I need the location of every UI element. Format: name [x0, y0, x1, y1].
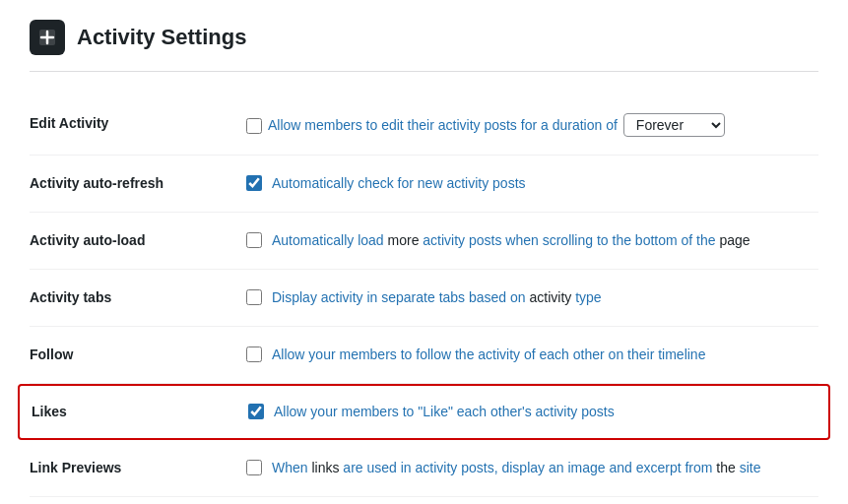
- checkbox-activity-tabs[interactable]: [246, 289, 262, 305]
- checkbox-auto-refresh[interactable]: [246, 175, 262, 191]
- row-follow: Follow Allow your members to follow the …: [30, 327, 818, 384]
- checkbox-link-previews[interactable]: [246, 460, 262, 475]
- content-auto-load: Automatically load more activity posts w…: [246, 230, 818, 251]
- content-edit-activity: Allow members to edit their activity pos…: [246, 113, 818, 137]
- page-header: Activity Settings: [30, 20, 818, 72]
- activity-icon: [30, 20, 65, 55]
- desc-auto-load: Automatically load more activity posts w…: [272, 230, 750, 251]
- row-auto-refresh: Activity auto-refresh Automatically chec…: [30, 156, 818, 213]
- checkbox-auto-load[interactable]: [246, 232, 262, 248]
- content-activity-tabs: Display activity in separate tabs based …: [246, 287, 818, 308]
- checkbox-edit-activity[interactable]: [246, 118, 262, 134]
- desc-auto-refresh: Automatically check for new activity pos…: [272, 173, 526, 194]
- desc-link-previews: When links are used in activity posts, d…: [272, 458, 761, 478]
- settings-list: Edit Activity Allow members to edit thei…: [30, 95, 818, 497]
- duration-select[interactable]: Forever 1 hour 6 hours 1 day 1 week: [623, 113, 725, 137]
- row-likes: Likes Allow your members to "Like" each …: [18, 384, 830, 440]
- label-auto-load: Activity auto-load: [30, 230, 246, 248]
- content-link-previews: When links are used in activity posts, d…: [246, 458, 818, 478]
- label-likes: Likes: [32, 402, 248, 419]
- label-edit-activity: Edit Activity: [30, 113, 246, 131]
- page-title: Activity Settings: [77, 25, 246, 50]
- checkbox-likes[interactable]: [248, 404, 264, 419]
- row-link-previews: Link Previews When links are used in act…: [30, 440, 818, 497]
- checkbox-follow[interactable]: [246, 346, 262, 362]
- desc-edit-activity: Allow members to edit their activity pos…: [268, 115, 618, 136]
- label-link-previews: Link Previews: [30, 458, 246, 475]
- label-activity-tabs: Activity tabs: [30, 287, 246, 305]
- content-auto-refresh: Automatically check for new activity pos…: [246, 173, 818, 194]
- row-edit-activity: Edit Activity Allow members to edit thei…: [30, 95, 818, 156]
- row-activity-tabs: Activity tabs Display activity in separa…: [30, 270, 818, 327]
- desc-activity-tabs: Display activity in separate tabs based …: [272, 287, 602, 308]
- content-likes: Allow your members to "Like" each other'…: [248, 402, 816, 422]
- label-auto-refresh: Activity auto-refresh: [30, 173, 246, 191]
- desc-likes: Allow your members to "Like" each other'…: [274, 402, 615, 422]
- content-follow: Allow your members to follow the activit…: [246, 345, 818, 365]
- desc-follow: Allow your members to follow the activit…: [272, 345, 705, 365]
- label-follow: Follow: [30, 345, 246, 362]
- row-auto-load: Activity auto-load Automatically load mo…: [30, 213, 818, 270]
